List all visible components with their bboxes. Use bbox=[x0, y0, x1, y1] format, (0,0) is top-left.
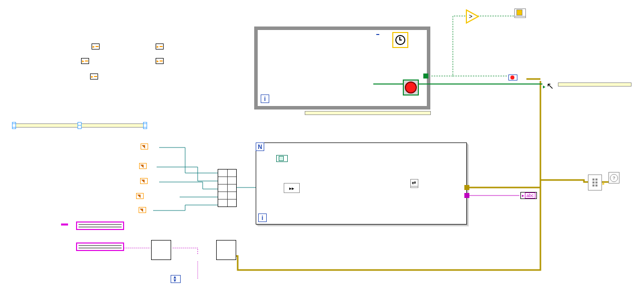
comment-arrow-icon: ↖ bbox=[546, 82, 554, 90]
ref-array[interactable]: ◥ bbox=[139, 163, 147, 169]
create-stop-event-vi[interactable] bbox=[508, 74, 517, 80]
scroll-gobj-subvi[interactable] bbox=[216, 240, 236, 260]
dbl-marker bbox=[94, 76, 97, 77]
stop-event-comment bbox=[558, 82, 631, 86]
build-array-node[interactable] bbox=[218, 169, 237, 207]
gobject-class-icon bbox=[279, 156, 284, 161]
dbl-marker bbox=[96, 46, 99, 47]
ref-numbers[interactable]: ◥ bbox=[140, 178, 148, 184]
cluster0-name-label[interactable] bbox=[79, 224, 122, 225]
wait-ms-node[interactable] bbox=[392, 32, 408, 48]
stop-button-propnode[interactable] bbox=[514, 8, 526, 18]
for-loop-i[interactable]: i bbox=[258, 214, 267, 222]
ref-numeric[interactable]: ◥ bbox=[141, 144, 148, 150]
propnode-stop-value-row[interactable] bbox=[515, 16, 525, 18]
stop-dot-icon bbox=[510, 76, 514, 80]
for-loop-error-tunnel[interactable] bbox=[464, 185, 469, 190]
numeric-indicator[interactable]: ▸ bbox=[156, 44, 166, 50]
while-loop-i[interactable]: i bbox=[261, 94, 269, 103]
dbl-marker bbox=[85, 60, 88, 62]
scroll-step-comment[interactable] bbox=[14, 124, 146, 128]
cluster1-name-label[interactable] bbox=[79, 245, 122, 246]
scroll-dt-body bbox=[152, 240, 171, 260]
cluster0-value[interactable] bbox=[79, 226, 122, 228]
for-loop-N[interactable]: N bbox=[256, 142, 264, 151]
numbers-terminal[interactable]: ▸ bbox=[79, 58, 89, 64]
error-out-icon: ? bbox=[610, 174, 618, 182]
cluster-constant-1[interactable] bbox=[76, 242, 124, 251]
cluster-constant-0[interactable] bbox=[76, 222, 124, 230]
gobj-propnode-classname-row[interactable] bbox=[411, 186, 418, 188]
greater-than-node[interactable]: > bbox=[466, 10, 479, 24]
dbl-marker bbox=[160, 60, 163, 62]
controls-indicators-ring[interactable]: ▲▼ bbox=[171, 275, 181, 283]
classname-comment bbox=[305, 111, 431, 115]
scroll-dt-subvi[interactable] bbox=[151, 240, 171, 260]
wait-ms-constant[interactable] bbox=[376, 34, 379, 35]
error-out-indicator[interactable]: ? bbox=[608, 172, 619, 184]
gobject-class-constant[interactable] bbox=[276, 155, 288, 162]
loop-condition-terminal[interactable] bbox=[403, 80, 419, 96]
cluster-array-index[interactable] bbox=[61, 224, 68, 226]
for-loop[interactable]: N i ▸▸ ⇄ bbox=[256, 142, 467, 224]
merge-errors-node[interactable]: ▸ bbox=[588, 174, 602, 190]
stop-circle-icon bbox=[405, 82, 417, 94]
array-terminal[interactable]: ▸ bbox=[88, 74, 98, 80]
propnode-header-icon bbox=[516, 10, 522, 16]
while-loop[interactable]: i bbox=[254, 26, 430, 110]
slide-terminal[interactable]: ▸ bbox=[90, 44, 100, 50]
stop-button-tf-control[interactable] bbox=[373, 84, 542, 84]
class-names-indicator[interactable]: ▸abc bbox=[520, 192, 537, 199]
svg-text:>: > bbox=[469, 13, 472, 20]
to-more-specific-class-node[interactable]: ▸▸ bbox=[284, 183, 300, 193]
gobj-propnode[interactable]: ⇄ bbox=[410, 179, 418, 188]
while-loop-tunnel-right[interactable] bbox=[423, 74, 428, 78]
waveform-chart-indicator[interactable]: ▸ bbox=[156, 58, 166, 64]
ref-slide[interactable]: ◥ bbox=[139, 207, 146, 213]
dbl-marker bbox=[160, 46, 163, 47]
ref-wfchart[interactable]: ◥ bbox=[136, 193, 144, 199]
scroll-gobj-body bbox=[217, 240, 236, 260]
cluster1-value[interactable] bbox=[79, 248, 122, 248]
for-loop-string-tunnel[interactable] bbox=[464, 193, 469, 198]
labview-block-diagram: ▸ ▸ ▸ ▸ ▸ i > ↖ ◥ ◥ ◥ ◥ ◥ N i bbox=[0, 0, 644, 295]
